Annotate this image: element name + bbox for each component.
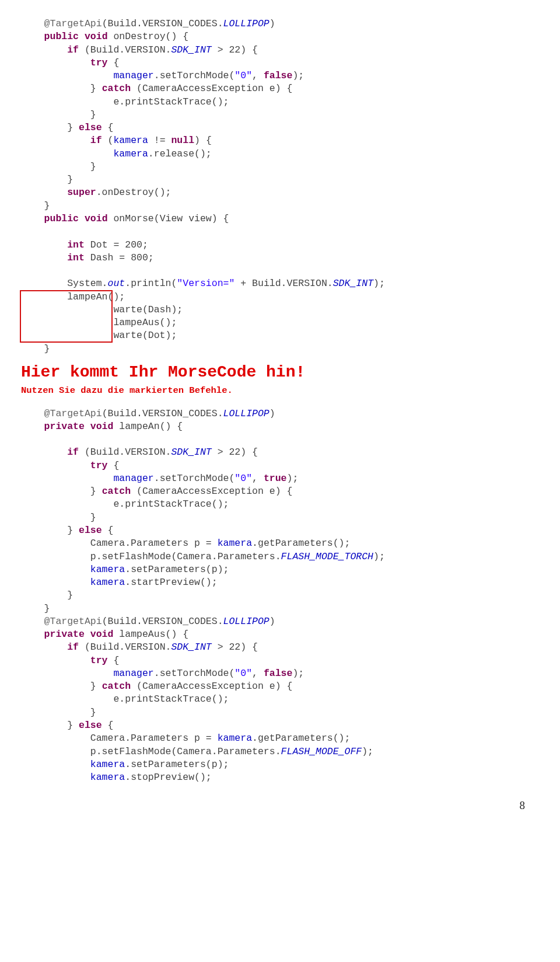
code-block-lampean: @TargetApi(Build.VERSION_CODES.LOLLIPOP)… [21, 407, 525, 615]
subheading: Nutzen Sie dazu die markierten Befehle. [21, 385, 525, 397]
page-number: 8 [21, 798, 525, 813]
code-block-lampeaus: @TargetApi(Build.VERSION_CODES.LOLLIPOP)… [21, 615, 525, 784]
heading: Hier kommt Ihr MorseCode hin! [21, 361, 525, 384]
code-block-onmorse: public void onMorse(View view) { int Dot… [21, 212, 525, 355]
highlighted-commands: lampeAn(); warte(Dash); lampeAus(); wart… [21, 291, 183, 343]
code-block-ondestroy: @TargetApi(Build.VERSION_CODES.LOLLIPOP)… [21, 18, 525, 212]
